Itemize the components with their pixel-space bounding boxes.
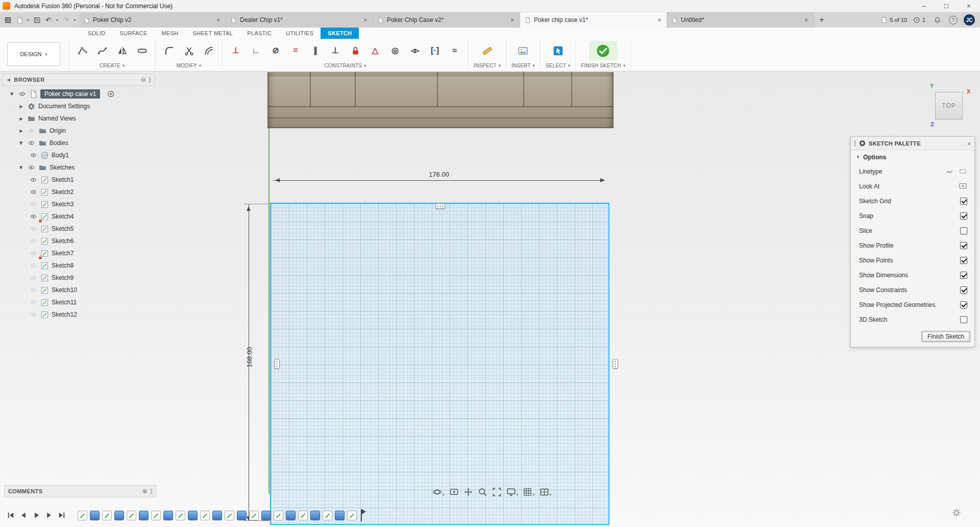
timeline-feature-14[interactable] (237, 511, 247, 520)
linetype-curve-icon[interactable] (946, 167, 954, 176)
equal-constraint[interactable]: = (287, 42, 304, 59)
browser-item-named-views[interactable]: ▶Named Views (3, 112, 156, 125)
checkbox-3d-sketch[interactable] (960, 316, 967, 323)
save-button[interactable] (31, 14, 42, 26)
new-document-button[interactable]: + (814, 12, 829, 28)
timeline-sketch-3[interactable] (102, 511, 112, 520)
browser-item-sketch8[interactable]: Sketch8 (3, 259, 156, 272)
ribbon-group-label[interactable]: FINISH SKETCH▾ (581, 63, 625, 68)
play-button[interactable] (32, 511, 41, 520)
caret-down-icon[interactable]: ▾ (26, 18, 31, 22)
visibility-eye-icon[interactable] (29, 262, 38, 269)
navbar-zoom-button[interactable] (477, 486, 488, 498)
expander-icon[interactable]: ▶ (18, 129, 24, 133)
checkbox-sketch-grid[interactable] (960, 198, 967, 205)
ribbon-tab-sheet-metal[interactable]: SHEET METAL (186, 28, 240, 39)
document-tab-poker-chip-case-v1[interactable]: Poker chip case v1*× (520, 12, 667, 28)
visibility-eye-icon[interactable] (29, 287, 38, 293)
circle-plus-icon[interactable]: ⊕ (142, 488, 148, 495)
trim-tool[interactable] (181, 42, 197, 59)
parallel-constraint[interactable]: ∥ (307, 42, 324, 59)
minimize-button[interactable]: – (913, 0, 935, 12)
checkbox-show-profile[interactable] (960, 242, 967, 249)
maximize-button[interactable]: □ (935, 0, 958, 12)
browser-item-origin[interactable]: ▶Origin (3, 125, 156, 137)
timeline-sketch-9[interactable] (176, 511, 185, 520)
visibility-eye-icon[interactable] (29, 299, 38, 305)
timeline-feature-8[interactable] (163, 511, 173, 520)
browser-item-sketch6[interactable]: Sketch6 (3, 235, 156, 247)
visibility-eye-icon[interactable] (27, 128, 36, 134)
browser-root-item[interactable]: ▶ Poker chip case v1 (3, 88, 156, 100)
curvature-constraint[interactable]: ≈ (447, 42, 463, 59)
model-3d-body[interactable] (267, 72, 614, 128)
timeline-playhead[interactable] (361, 509, 362, 521)
document-tab-poker-chip-case-v2[interactable]: Poker Chip Case v2*× (373, 12, 520, 28)
view-cube[interactable]: TOP (935, 92, 963, 119)
browser-item-bodies[interactable]: ▶Bodies (3, 137, 156, 149)
browser-item-sketches[interactable]: ▶Sketches (3, 161, 156, 174)
visibility-eye-icon[interactable] (29, 250, 38, 256)
checkbox-slice[interactable] (960, 227, 967, 234)
close-button[interactable]: × (958, 0, 980, 12)
visibility-eye-icon[interactable] (29, 312, 38, 318)
timeline-sketch-19[interactable] (298, 511, 308, 520)
document-tab-poker-chip-v2[interactable]: Poker Chip v2× (79, 12, 226, 28)
expander-icon[interactable]: ▶ (19, 164, 23, 171)
measure-tool[interactable] (479, 42, 495, 59)
browser-item-sketch12[interactable]: Sketch12 (3, 308, 156, 321)
ribbon-tab-solid[interactable]: SOLID (81, 28, 113, 39)
linetype-construction-icon[interactable] (959, 167, 967, 176)
finish-sketch-palette-button[interactable]: Finish Sketch (921, 331, 970, 342)
skip-to-start-button[interactable] (6, 511, 15, 520)
dimension-horizontal-value[interactable]: 176.00 (419, 171, 459, 178)
timeline-sketch-1[interactable] (78, 511, 87, 520)
visibility-eye-icon[interactable] (29, 201, 38, 207)
concentric-constraint[interactable]: ◎ (387, 42, 403, 59)
tab-close-icon[interactable]: × (215, 16, 222, 24)
tangent-constraint[interactable]: ⊘ (267, 42, 284, 59)
look-at-icon[interactable] (959, 182, 967, 190)
tab-close-icon[interactable]: × (509, 16, 516, 24)
timeline-sketch-13[interactable] (225, 511, 234, 520)
panel-grip-icon[interactable] (854, 140, 856, 147)
symmetry-constraint[interactable]: ◃▹ (407, 42, 423, 59)
sketch-edge-handle-right[interactable] (612, 359, 618, 369)
ribbon-group-label[interactable]: CONSTRAINTS▾ (324, 63, 366, 68)
slot-tool[interactable] (134, 42, 150, 59)
notifications-button[interactable] (932, 14, 943, 26)
timeline-feature-4[interactable] (114, 511, 124, 520)
redo-button[interactable]: ↷ (60, 14, 71, 26)
timeline-settings-gear-icon[interactable] (951, 508, 962, 518)
ribbon-tab-utilities[interactable]: UTILITIES (279, 28, 321, 39)
visibility-eye-icon[interactable] (18, 91, 27, 97)
navbar-look-at-button[interactable] (448, 486, 460, 498)
timeline-feature-18[interactable] (286, 511, 296, 520)
browser-item-sketch1[interactable]: Sketch1 (3, 174, 156, 186)
timeline-sketch-15[interactable] (249, 511, 259, 520)
navbar-display-settings-button[interactable]: ▾ (505, 486, 520, 498)
timeline-feature-10[interactable] (188, 511, 198, 520)
fillet-tool[interactable] (161, 42, 177, 59)
offset-tool[interactable] (201, 42, 217, 59)
browser-item-sketch5[interactable]: Sketch5 (3, 223, 156, 235)
ribbon-group-label[interactable]: MODIFY▾ (177, 63, 201, 68)
help-button[interactable]: ? (949, 16, 958, 25)
app-launcher-button[interactable] (2, 14, 13, 26)
expander-icon[interactable]: ▶ (18, 104, 24, 109)
midpoint-constraint[interactable]: [·] (427, 42, 443, 59)
timeline-sketch-23[interactable] (347, 511, 357, 520)
palette-options-section[interactable]: ▼ Options (851, 150, 974, 164)
collapse-browser-icon[interactable]: ◀ (7, 77, 10, 82)
browser-root-label[interactable]: Poker chip case v1 (40, 89, 100, 99)
expander-icon[interactable]: ▶ (19, 140, 23, 147)
sketch-region[interactable] (270, 203, 609, 525)
visibility-eye-icon[interactable] (29, 213, 38, 220)
expander-icon[interactable]: ▶ (10, 91, 14, 98)
collinear-constraint[interactable]: ∟ (248, 42, 264, 59)
ribbon-group-label[interactable]: INSERT▾ (511, 63, 535, 68)
step-back-button[interactable] (19, 511, 28, 520)
expander-icon[interactable]: ▶ (18, 116, 24, 121)
sketch-edge-handle-left[interactable] (274, 359, 280, 369)
ribbon-group-label[interactable]: SELECT▾ (546, 63, 570, 68)
